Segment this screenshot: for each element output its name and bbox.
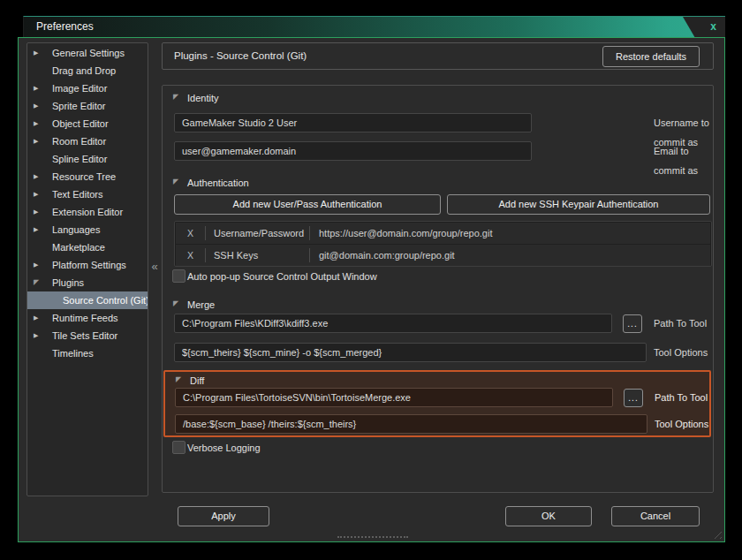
email-field-label: Email to commit as — [654, 141, 713, 180]
auth-repo-url: https://user@domain.com/group/repo.git — [310, 228, 492, 238]
auth-repo-url: git@domain.com:group/repo.git — [310, 250, 455, 261]
resize-grip-icon[interactable] — [711, 528, 722, 539]
chevron-right-icon: ▶ — [34, 44, 46, 62]
section-title: Merge — [187, 299, 215, 312]
sidebar-item-marketplace[interactable]: Marketplace — [27, 238, 148, 256]
diff-path-label: Path To Tool — [655, 388, 708, 407]
sidebar-item-plugins[interactable]: ◤Plugins — [27, 274, 148, 291]
sidebar-item-label: Runtime Feeds — [52, 313, 118, 323]
remove-auth-icon[interactable]: X — [176, 248, 206, 262]
chevron-right-icon: ▶ — [34, 185, 46, 203]
merge-options-input[interactable] — [174, 343, 647, 362]
auth-type: SSH Keys — [206, 248, 310, 262]
chevron-right-icon: ▶ — [34, 115, 46, 132]
sidebar-item-resource-tree[interactable]: ▶Resource Tree — [27, 168, 148, 185]
sidebar-item-label: Image Editor — [52, 83, 107, 94]
section-title: Authentication — [187, 177, 249, 190]
remove-auth-icon[interactable]: X — [176, 226, 206, 240]
window-body: ▶General Settings Drag and Drop ▶Image E… — [18, 37, 725, 542]
expanded-triangle-icon: ◤ — [173, 299, 178, 307]
sidebar-item-label: Marketplace — [52, 242, 105, 253]
diff-browse-button[interactable]: ... — [624, 389, 643, 407]
drag-handle[interactable] — [337, 536, 408, 538]
sidebar-item-label: Room Editor — [52, 136, 106, 147]
sidebar-item-label: General Settings — [52, 48, 125, 58]
sidebar-item-label: Sprite Editor — [52, 101, 106, 111]
merge-path-label: Path To Tool — [654, 314, 707, 333]
sidebar-item-label: Text Editors — [52, 189, 102, 200]
sidebar-item-sprite-editor[interactable]: ▶Sprite Editor — [27, 97, 148, 115]
sidebar-item-platform-settings[interactable]: ▶Platform Settings — [27, 256, 148, 274]
sidebar-item-languages[interactable]: ▶Languages — [27, 221, 148, 238]
title-bar[interactable]: Preferences x — [23, 16, 725, 37]
section-title: Identity — [187, 92, 218, 105]
verbose-logging-checkbox[interactable] — [172, 441, 186, 454]
sidebar-item-label: Drag and Drop — [52, 65, 116, 76]
sidebar-item-timelines[interactable]: Timelines — [27, 344, 148, 362]
window-title: Preferences — [36, 17, 94, 37]
section-title: Diff — [190, 375, 204, 388]
sidebar-item-label: Timelines — [52, 348, 94, 359]
chevron-right-icon: ▶ — [34, 203, 46, 221]
auto-popup-label: Auto pop-up Source Control Output Window — [187, 269, 377, 284]
sidebar-item-general-settings[interactable]: ▶General Settings — [27, 44, 148, 62]
expanded-triangle-icon: ◤ — [173, 93, 178, 101]
sidebar-item-label: Spline Editor — [52, 154, 107, 164]
merge-options-label: Tool Options — [654, 343, 708, 362]
username-input[interactable] — [174, 113, 532, 132]
sidebar-item-label: Plugins — [52, 277, 84, 288]
auth-row-userpass[interactable]: X Username/Password https://user@domain.… — [176, 223, 710, 244]
sidebar-item-label: Tile Sets Editor — [52, 330, 117, 341]
preferences-window: Preferences x ▶General Settings Drag and… — [18, 16, 725, 542]
close-tab — [669, 17, 725, 37]
diff-section-highlight: ◤ Diff ... Path To Tool Tool Options — [163, 370, 711, 437]
apply-button[interactable]: Apply — [178, 506, 269, 526]
sidebar-item-label: Languages — [52, 224, 100, 235]
add-ssh-keypair-button[interactable]: Add new SSH Keypair Authentication — [447, 194, 710, 215]
ok-button[interactable]: OK — [505, 506, 592, 526]
sidebar-item-spline-editor[interactable]: Spline Editor — [27, 150, 148, 168]
sidebar-item-text-editors[interactable]: ▶Text Editors — [27, 185, 148, 203]
chevron-right-icon: ▶ — [34, 79, 46, 97]
sidebar-collapse-icon[interactable]: « — [149, 259, 160, 275]
page-header: Plugins - Source Control (Git) Restore d… — [162, 42, 714, 70]
close-icon[interactable]: x — [710, 17, 716, 37]
diff-options-input[interactable] — [175, 414, 647, 434]
expanded-triangle-icon: ◤ — [176, 375, 181, 383]
auth-type: Username/Password — [206, 226, 310, 240]
sidebar-item-label: Resource Tree — [52, 171, 116, 182]
restore-defaults-button[interactable]: Restore defaults — [602, 46, 700, 67]
expanded-triangle-icon: ◤ — [173, 178, 178, 185]
auto-popup-checkbox[interactable] — [172, 269, 186, 283]
merge-browse-button[interactable]: ... — [623, 314, 642, 333]
screen-background: Preferences x ▶General Settings Drag and… — [0, 0, 742, 560]
authentication-list: X Username/Password https://user@domain.… — [174, 221, 712, 267]
settings-panel: ◤ Identity Username to commit as Email t… — [162, 85, 714, 493]
sidebar-item-label: Extension Editor — [52, 207, 123, 217]
sidebar-item-source-control-git[interactable]: Source Control (Git) — [27, 291, 148, 309]
sidebar-item-room-editor[interactable]: ▶Room Editor — [27, 132, 148, 150]
chevron-right-icon: ▶ — [34, 327, 46, 344]
chevron-right-icon: ▶ — [34, 168, 46, 185]
sidebar-item-drag-and-drop[interactable]: Drag and Drop — [27, 62, 148, 79]
page-title: Plugins - Source Control (Git) — [174, 43, 307, 69]
chevron-right-icon: ▶ — [34, 221, 46, 238]
sidebar-item-image-editor[interactable]: ▶Image Editor — [27, 79, 148, 97]
verbose-logging-label: Verbose Logging — [187, 441, 261, 455]
add-userpass-button[interactable]: Add new User/Pass Authentication — [174, 194, 441, 215]
merge-path-input[interactable] — [174, 314, 612, 333]
sidebar-item-extension-editor[interactable]: ▶Extension Editor — [27, 203, 148, 221]
cancel-button[interactable]: Cancel — [611, 506, 700, 526]
sidebar-item-label: Source Control (Git) — [63, 295, 148, 306]
expanded-triangle-icon: ◤ — [34, 274, 46, 291]
chevron-right-icon: ▶ — [34, 97, 46, 115]
sidebar-item-label: Platform Settings — [52, 260, 126, 270]
sidebar-item-tile-sets-editor[interactable]: ▶Tile Sets Editor — [27, 327, 148, 344]
auth-row-ssh[interactable]: X SSH Keys git@domain.com:group/repo.git — [176, 245, 710, 266]
email-input[interactable] — [174, 141, 532, 161]
sidebar-item-runtime-feeds[interactable]: ▶Runtime Feeds — [27, 309, 148, 327]
chevron-right-icon: ▶ — [34, 132, 46, 150]
diff-path-input[interactable] — [175, 388, 613, 407]
chevron-right-icon: ▶ — [34, 309, 46, 327]
sidebar-item-object-editor[interactable]: ▶Object Editor — [27, 115, 148, 132]
